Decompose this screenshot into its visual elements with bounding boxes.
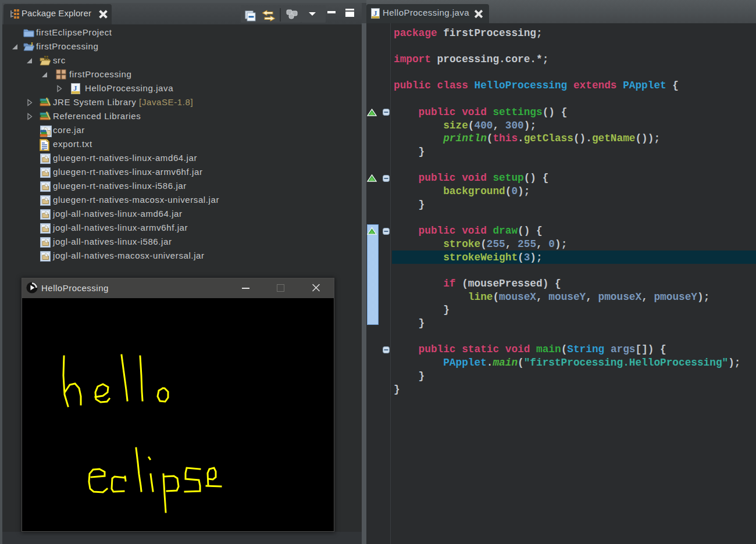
svg-text:J: J <box>30 41 33 47</box>
svg-text:J: J <box>373 9 377 17</box>
svg-text:J: J <box>73 84 77 92</box>
